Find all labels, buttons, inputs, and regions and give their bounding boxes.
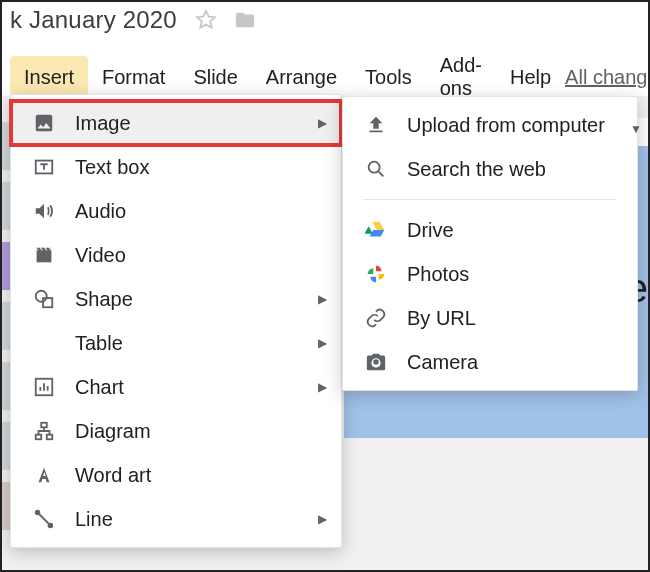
- chevron-right-icon: ▶: [318, 292, 327, 306]
- image-camera[interactable]: Camera: [343, 340, 637, 384]
- wordart-icon: [31, 462, 57, 488]
- image-search-web[interactable]: Search the web: [343, 147, 637, 191]
- image-submenu: Upload from computer Search the web Driv…: [342, 96, 638, 391]
- chevron-right-icon: ▶: [318, 380, 327, 394]
- insert-diagram[interactable]: Diagram: [11, 409, 341, 453]
- textbox-icon: [31, 154, 57, 180]
- svg-rect-5: [36, 435, 42, 440]
- all-changes-saved-link[interactable]: All chang: [565, 66, 647, 89]
- insert-dropdown: Image ▶ Text box Audio Video Shape ▶ Tab…: [10, 94, 342, 548]
- insert-video-label: Video: [75, 244, 327, 267]
- insert-wordart-label: Word art: [75, 464, 327, 487]
- insert-audio[interactable]: Audio: [11, 189, 341, 233]
- insert-line-label: Line: [75, 508, 318, 531]
- document-title[interactable]: k January 2020: [8, 6, 179, 34]
- svg-rect-4: [41, 423, 47, 428]
- menu-arrange[interactable]: Arrange: [252, 56, 351, 99]
- shape-icon: [31, 286, 57, 312]
- folder-icon[interactable]: [233, 9, 257, 31]
- image-search-web-label: Search the web: [407, 158, 623, 181]
- menu-separator: [363, 199, 617, 200]
- image-by-url-label: By URL: [407, 307, 623, 330]
- svg-point-9: [369, 162, 380, 173]
- drive-icon: [363, 217, 389, 243]
- insert-audio-label: Audio: [75, 200, 327, 223]
- chevron-down-icon[interactable]: ▼: [630, 122, 642, 136]
- insert-table[interactable]: Table ▶: [11, 321, 341, 365]
- insert-table-label: Table: [75, 332, 318, 355]
- upload-icon: [363, 112, 389, 138]
- insert-shape-label: Shape: [75, 288, 318, 311]
- image-by-url[interactable]: By URL: [343, 296, 637, 340]
- audio-icon: [31, 198, 57, 224]
- insert-textbox[interactable]: Text box: [11, 145, 341, 189]
- line-icon: [31, 506, 57, 532]
- insert-wordart[interactable]: Word art: [11, 453, 341, 497]
- link-icon: [363, 305, 389, 331]
- image-camera-label: Camera: [407, 351, 623, 374]
- menu-insert[interactable]: Insert: [10, 56, 88, 99]
- svg-point-1: [36, 291, 47, 302]
- image-drive-label: Drive: [407, 219, 623, 242]
- menu-format[interactable]: Format: [88, 56, 179, 99]
- chart-icon: [31, 374, 57, 400]
- insert-textbox-label: Text box: [75, 156, 327, 179]
- image-drive[interactable]: Drive: [343, 208, 637, 252]
- svg-rect-6: [47, 435, 53, 440]
- image-upload-label: Upload from computer: [407, 114, 623, 137]
- chevron-right-icon: ▶: [318, 512, 327, 526]
- chevron-right-icon: ▶: [318, 336, 327, 350]
- camera-icon: [363, 349, 389, 375]
- insert-video[interactable]: Video: [11, 233, 341, 277]
- insert-chart-label: Chart: [75, 376, 318, 399]
- diagram-icon: [31, 418, 57, 444]
- insert-line[interactable]: Line ▶: [11, 497, 341, 541]
- menu-slide[interactable]: Slide: [179, 56, 251, 99]
- svg-rect-2: [43, 298, 52, 307]
- insert-diagram-label: Diagram: [75, 420, 327, 443]
- image-photos-label: Photos: [407, 263, 623, 286]
- image-icon: [31, 110, 57, 136]
- menu-help[interactable]: Help: [496, 56, 565, 99]
- insert-image-label: Image: [75, 112, 318, 135]
- insert-image[interactable]: Image ▶: [11, 101, 341, 145]
- menu-tools[interactable]: Tools: [351, 56, 426, 99]
- image-photos[interactable]: Photos: [343, 252, 637, 296]
- image-upload[interactable]: Upload from computer: [343, 103, 637, 147]
- photos-icon: [363, 261, 389, 287]
- star-icon[interactable]: [195, 9, 217, 31]
- insert-chart[interactable]: Chart ▶: [11, 365, 341, 409]
- insert-shape[interactable]: Shape ▶: [11, 277, 341, 321]
- video-icon: [31, 242, 57, 268]
- chevron-right-icon: ▶: [318, 116, 327, 130]
- search-icon: [363, 156, 389, 182]
